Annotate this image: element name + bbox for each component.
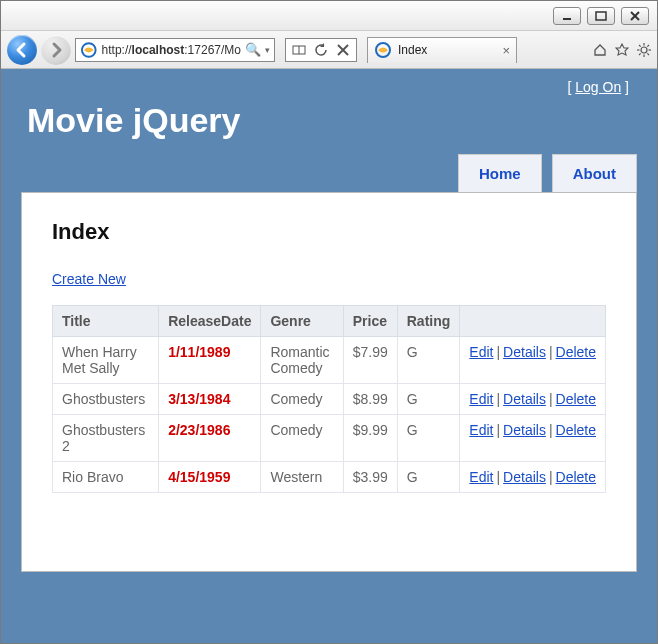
svg-point-10	[641, 47, 647, 53]
cell-title: Ghostbusters	[53, 384, 159, 415]
logon-close: ]	[621, 79, 629, 95]
refresh-icon[interactable]	[314, 43, 328, 57]
cell-actions: Edit|Details|Delete	[460, 462, 606, 493]
tools-icon[interactable]	[637, 43, 651, 57]
favorites-icon[interactable]	[615, 43, 629, 57]
cell-rating: G	[397, 462, 460, 493]
address-tools	[285, 38, 357, 62]
nav-home[interactable]: Home	[458, 154, 542, 192]
forward-button[interactable]	[41, 35, 71, 65]
close-button[interactable]	[621, 7, 649, 25]
col-genre: Genre	[261, 306, 343, 337]
cell-title: Rio Bravo	[53, 462, 159, 493]
details-link[interactable]: Details	[503, 422, 546, 438]
maximize-button[interactable]	[587, 7, 615, 25]
details-link[interactable]: Details	[503, 391, 546, 407]
svg-line-17	[647, 45, 649, 47]
url-rest: :17267/Mo	[184, 43, 241, 57]
details-link[interactable]: Details	[503, 469, 546, 485]
table-row: Ghostbusters 22/23/1986Comedy$9.99GEdit|…	[53, 415, 606, 462]
col-price: Price	[343, 306, 397, 337]
window-titlebar	[1, 1, 657, 31]
col-release: ReleaseDate	[159, 306, 261, 337]
tab-close-icon[interactable]: ×	[502, 43, 510, 58]
table-row: Ghostbusters3/13/1984Comedy$8.99GEdit|De…	[53, 384, 606, 415]
col-title: Title	[53, 306, 159, 337]
svg-line-16	[647, 53, 649, 55]
col-actions	[460, 306, 606, 337]
delete-link[interactable]: Delete	[556, 344, 596, 360]
cell-title: Ghostbusters 2	[53, 415, 159, 462]
svg-rect-1	[596, 12, 606, 20]
cell-release: 3/13/1984	[159, 384, 261, 415]
ie-icon	[80, 41, 98, 59]
home-icon[interactable]	[593, 43, 607, 57]
table-row: When Harry Met Sally1/11/1989Romantic Co…	[53, 337, 606, 384]
col-rating: Rating	[397, 306, 460, 337]
cell-title: When Harry Met Sally	[53, 337, 159, 384]
nav-about[interactable]: About	[552, 154, 637, 192]
cell-actions: Edit|Details|Delete	[460, 337, 606, 384]
cell-genre: Comedy	[261, 415, 343, 462]
cell-genre: Comedy	[261, 384, 343, 415]
tab-strip: Index ×	[367, 37, 583, 63]
minimize-button[interactable]	[553, 7, 581, 25]
svg-line-18	[639, 53, 641, 55]
cell-release: 1/11/1989	[159, 337, 261, 384]
page-content-area: [ Log On ] Movie jQuery Home About Index…	[1, 69, 657, 643]
browser-tab[interactable]: Index ×	[367, 37, 517, 63]
site-title: Movie jQuery	[27, 101, 637, 140]
logon-bar: [ Log On ]	[21, 69, 637, 95]
tab-title: Index	[398, 43, 427, 57]
main-panel: Index Create New Title ReleaseDate Genre…	[21, 192, 637, 572]
edit-link[interactable]: Edit	[469, 469, 493, 485]
cell-genre: Romantic Comedy	[261, 337, 343, 384]
cell-price: $3.99	[343, 462, 397, 493]
cell-genre: Western	[261, 462, 343, 493]
cell-rating: G	[397, 384, 460, 415]
cell-rating: G	[397, 415, 460, 462]
compat-icon[interactable]	[292, 43, 306, 57]
url-prefix: http://	[102, 43, 132, 57]
dropdown-icon[interactable]: ▾	[265, 45, 270, 55]
cell-price: $8.99	[343, 384, 397, 415]
cell-actions: Edit|Details|Delete	[460, 384, 606, 415]
delete-link[interactable]: Delete	[556, 469, 596, 485]
table-row: Rio Bravo4/15/1959Western$3.99GEdit|Deta…	[53, 462, 606, 493]
page-heading: Index	[52, 219, 606, 245]
table-header-row: Title ReleaseDate Genre Price Rating	[53, 306, 606, 337]
cell-price: $9.99	[343, 415, 397, 462]
browser-window: http://localhost:17267/Mo 🔍 ▾ Index × [ …	[0, 0, 658, 644]
browser-toolbar: http://localhost:17267/Mo 🔍 ▾ Index ×	[1, 31, 657, 69]
details-link[interactable]: Details	[503, 344, 546, 360]
cell-price: $7.99	[343, 337, 397, 384]
edit-link[interactable]: Edit	[469, 344, 493, 360]
url-host: localhost	[132, 43, 185, 57]
address-bar[interactable]: http://localhost:17267/Mo 🔍 ▾	[75, 38, 275, 62]
svg-line-15	[639, 45, 641, 47]
delete-link[interactable]: Delete	[556, 391, 596, 407]
cell-actions: Edit|Details|Delete	[460, 415, 606, 462]
create-new-link[interactable]: Create New	[52, 271, 126, 287]
search-icon[interactable]: 🔍	[245, 42, 261, 57]
edit-link[interactable]: Edit	[469, 422, 493, 438]
logon-link[interactable]: Log On	[575, 79, 621, 95]
stop-icon[interactable]	[336, 43, 350, 57]
back-button[interactable]	[7, 35, 37, 65]
movies-table: Title ReleaseDate Genre Price Rating Whe…	[52, 305, 606, 493]
toolbar-icons	[593, 43, 651, 57]
cell-release: 2/23/1986	[159, 415, 261, 462]
cell-rating: G	[397, 337, 460, 384]
ie-icon	[374, 41, 392, 59]
cell-release: 4/15/1959	[159, 462, 261, 493]
url-text: http://localhost:17267/Mo	[102, 43, 241, 57]
edit-link[interactable]: Edit	[469, 391, 493, 407]
site-nav: Home About	[21, 154, 637, 192]
delete-link[interactable]: Delete	[556, 422, 596, 438]
